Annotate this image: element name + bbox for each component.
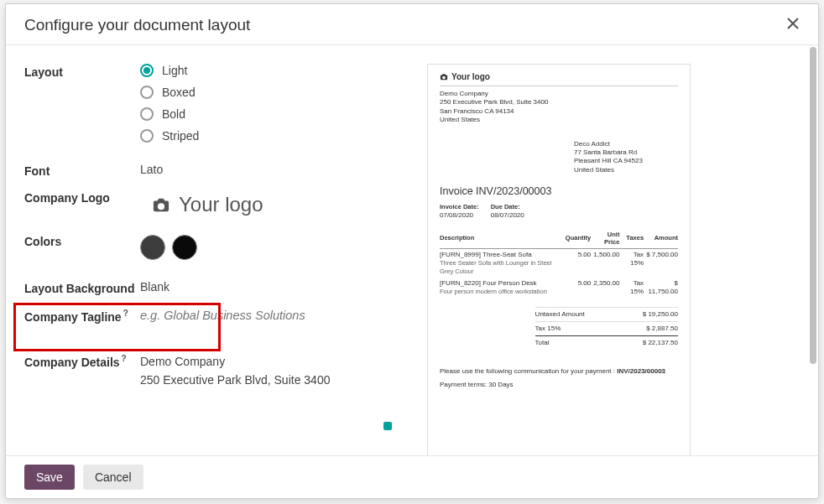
color-swatch-primary[interactable] — [140, 235, 165, 260]
preview-invoice-title: Invoice INV/2023/00003 — [440, 184, 678, 198]
preview-totals: Untaxed Amount$ 19,250.00 Tax 15%$ 2,887… — [535, 307, 678, 351]
tagline-input[interactable] — [140, 307, 375, 322]
row-layout: Layout Light Boxed — [24, 64, 402, 151]
radio-icon — [140, 86, 154, 99]
row-layout-background: Layout Background Blank — [24, 280, 402, 295]
preview-payment-terms: Payment terms: 30 Days — [440, 381, 678, 389]
modal-title: Configure your document layout — [24, 16, 250, 34]
logo-upload[interactable]: Your logo — [140, 190, 402, 221]
layout-label: Layout — [24, 64, 140, 79]
company-logo-label: Company Logo — [24, 190, 140, 221]
close-icon[interactable] — [786, 17, 800, 34]
radio-icon — [140, 64, 154, 77]
camera-icon — [440, 73, 448, 81]
vertical-scrollbar[interactable] — [810, 47, 816, 454]
modal-header: Configure your document layout — [6, 4, 818, 45]
row-company-details: Company Details? Demo Company 250 Execut… — [24, 352, 402, 390]
row-company-logo: Company Logo Your logo — [24, 190, 402, 221]
layout-option-label: Boxed — [162, 86, 196, 99]
radio-icon — [140, 107, 154, 121]
company-details-value[interactable]: Demo Company 250 Executive Park Blvd, Su… — [140, 352, 402, 390]
modal-footer: Save Cancel — [6, 455, 818, 498]
preview-lines-table: Description Quantity Unit Price Taxes Am… — [440, 231, 678, 299]
help-icon[interactable]: ? — [122, 354, 127, 363]
preview-company-address: Demo Company 250 Executive Park Blvd, Su… — [440, 90, 678, 125]
table-row: [FURN_8999] Three-Seat SofaThree Seater … — [440, 249, 678, 278]
colors-label: Colors — [24, 233, 140, 260]
camera-icon — [152, 196, 170, 213]
company-tagline-label: Company Tagline? — [24, 307, 140, 324]
company-details-label: Company Details? — [24, 352, 140, 369]
font-label: Font — [24, 163, 140, 178]
table-row: [FURN_8220] Four Person DeskFour person … — [440, 278, 678, 299]
layout-option-bold[interactable]: Bold — [140, 107, 402, 121]
cancel-button[interactable]: Cancel — [83, 465, 143, 490]
preview-bill-to: Deco Addict 77 Santa Barbara Rd Pleasant… — [574, 140, 678, 175]
layout-option-light[interactable]: Light — [140, 64, 402, 77]
layout-option-label: Bold — [162, 107, 185, 121]
layout-option-boxed[interactable]: Boxed — [140, 86, 402, 99]
preview-logo: Your logo — [440, 71, 678, 86]
preview-dates: Invoice Date:07/08/2020 Due Date:08/07/2… — [440, 203, 678, 220]
form-column: Layout Light Boxed — [24, 64, 402, 455]
layout-option-label: Striped — [162, 129, 199, 143]
row-font: Font Lato — [24, 163, 402, 178]
help-icon[interactable]: ? — [123, 309, 128, 318]
scroll-thumb[interactable] — [810, 47, 816, 364]
logo-placeholder-text: Your logo — [179, 193, 263, 216]
document-preview: Your logo Demo Company 250 Executive Par… — [427, 64, 691, 455]
modal-configure-document-layout: Configure your document layout Layout Li… — [5, 3, 819, 499]
preview-column: Your logo Demo Company 250 Executive Par… — [402, 64, 808, 455]
layout-background-label: Layout Background — [24, 280, 140, 295]
resize-handle-icon — [383, 422, 392, 430]
radio-icon — [140, 129, 154, 143]
layout-option-label: Light — [162, 64, 187, 77]
color-swatch-secondary[interactable] — [172, 235, 197, 260]
row-company-tagline: Company Tagline? — [24, 307, 402, 324]
layout-background-value[interactable]: Blank — [140, 280, 402, 295]
preview-payment-comm: Please use the following communication f… — [440, 367, 678, 376]
font-value[interactable]: Lato — [140, 163, 402, 178]
modal-body: Layout Light Boxed — [6, 45, 818, 455]
layout-option-striped[interactable]: Striped — [140, 129, 402, 143]
save-button[interactable]: Save — [24, 465, 75, 490]
row-colors: Colors — [24, 233, 402, 260]
preview-logo-text: Your logo — [451, 71, 490, 82]
